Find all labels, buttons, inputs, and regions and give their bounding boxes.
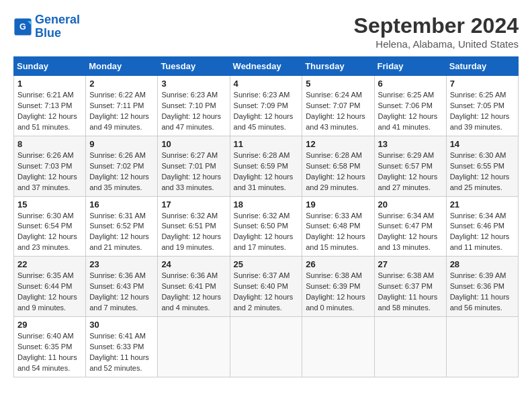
day-number: 24	[161, 259, 226, 269]
day-info: Sunrise: 6:32 AMSunset: 6:50 PMDaylight:…	[234, 211, 299, 254]
day-info: Sunrise: 6:36 AMSunset: 6:41 PMDaylight:…	[161, 271, 226, 314]
calendar-cell: 19Sunrise: 6:33 AMSunset: 6:48 PMDayligh…	[302, 196, 374, 257]
day-info: Sunrise: 6:38 AMSunset: 6:37 PMDaylight:…	[378, 271, 443, 314]
calendar-cell: 27Sunrise: 6:38 AMSunset: 6:37 PMDayligh…	[374, 257, 446, 317]
weekday-header-thursday: Thursday	[302, 57, 374, 76]
day-info: Sunrise: 6:23 AMSunset: 7:09 PMDaylight:…	[234, 90, 299, 133]
month-title: September 2024	[354, 13, 519, 38]
day-info: Sunrise: 6:27 AMSunset: 7:01 PMDaylight:…	[161, 150, 226, 193]
calendar-cell: 23Sunrise: 6:36 AMSunset: 6:43 PMDayligh…	[86, 257, 158, 317]
calendar-cell: 3Sunrise: 6:23 AMSunset: 7:10 PMDaylight…	[158, 76, 230, 136]
calendar-cell: 8Sunrise: 6:26 AMSunset: 7:03 PMDaylight…	[14, 136, 86, 196]
calendar-cell	[446, 317, 518, 377]
calendar-cell	[302, 317, 374, 377]
day-info: Sunrise: 6:38 AMSunset: 6:39 PMDaylight:…	[306, 271, 370, 314]
day-number: 26	[306, 259, 370, 269]
day-info: Sunrise: 6:29 AMSunset: 6:57 PMDaylight:…	[378, 150, 443, 193]
calendar-cell: 17Sunrise: 6:32 AMSunset: 6:51 PMDayligh…	[158, 196, 230, 257]
weekday-header-friday: Friday	[374, 57, 446, 76]
calendar-cell: 20Sunrise: 6:34 AMSunset: 6:47 PMDayligh…	[374, 196, 446, 257]
weekday-header-saturday: Saturday	[446, 57, 518, 76]
weekday-header-wednesday: Wednesday	[230, 57, 302, 76]
day-number: 19	[306, 199, 370, 210]
day-info: Sunrise: 6:35 AMSunset: 6:44 PMDaylight:…	[17, 271, 82, 314]
logo: G General Blue	[13, 13, 80, 40]
calendar: SundayMondayTuesdayWednesdayThursdayFrid…	[13, 56, 519, 377]
day-number: 21	[450, 199, 515, 210]
calendar-cell	[230, 317, 302, 377]
calendar-cell: 21Sunrise: 6:34 AMSunset: 6:46 PMDayligh…	[446, 196, 518, 257]
day-info: Sunrise: 6:26 AMSunset: 7:03 PMDaylight:…	[17, 150, 82, 193]
calendar-cell: 11Sunrise: 6:28 AMSunset: 6:59 PMDayligh…	[230, 136, 302, 196]
day-number: 1	[17, 79, 82, 89]
calendar-cell: 13Sunrise: 6:29 AMSunset: 6:57 PMDayligh…	[374, 136, 446, 196]
calendar-cell: 7Sunrise: 6:25 AMSunset: 7:05 PMDaylight…	[446, 76, 518, 136]
calendar-cell: 28Sunrise: 6:39 AMSunset: 6:36 PMDayligh…	[446, 257, 518, 317]
logo-general: General	[35, 13, 80, 26]
day-number: 5	[306, 79, 370, 89]
calendar-cell: 18Sunrise: 6:32 AMSunset: 6:50 PMDayligh…	[230, 196, 302, 257]
header: G General Blue September 2024 Helena, Al…	[13, 13, 519, 50]
calendar-cell: 29Sunrise: 6:40 AMSunset: 6:35 PMDayligh…	[14, 317, 86, 377]
day-number: 30	[89, 320, 154, 330]
day-info: Sunrise: 6:28 AMSunset: 6:58 PMDaylight:…	[306, 150, 370, 193]
day-number: 16	[89, 199, 154, 210]
day-number: 2	[89, 79, 154, 89]
day-number: 20	[378, 199, 443, 210]
calendar-cell: 22Sunrise: 6:35 AMSunset: 6:44 PMDayligh…	[14, 257, 86, 317]
day-info: Sunrise: 6:21 AMSunset: 7:13 PMDaylight:…	[17, 90, 82, 133]
calendar-cell: 12Sunrise: 6:28 AMSunset: 6:58 PMDayligh…	[302, 136, 374, 196]
day-number: 27	[378, 259, 443, 269]
calendar-cell: 30Sunrise: 6:41 AMSunset: 6:33 PMDayligh…	[86, 317, 158, 377]
weekday-header-tuesday: Tuesday	[158, 57, 230, 76]
day-number: 9	[89, 139, 154, 149]
day-number: 17	[161, 199, 226, 210]
day-info: Sunrise: 6:30 AMSunset: 6:54 PMDaylight:…	[17, 211, 82, 254]
day-info: Sunrise: 6:25 AMSunset: 7:05 PMDaylight:…	[450, 90, 515, 133]
day-number: 25	[234, 259, 299, 269]
logo-blue: Blue	[35, 26, 61, 40]
day-number: 8	[17, 139, 82, 149]
calendar-cell: 4Sunrise: 6:23 AMSunset: 7:09 PMDaylight…	[230, 76, 302, 136]
day-number: 4	[234, 79, 299, 89]
weekday-header-sunday: Sunday	[14, 57, 86, 76]
day-number: 3	[161, 79, 226, 89]
day-number: 14	[450, 139, 515, 149]
calendar-cell: 26Sunrise: 6:38 AMSunset: 6:39 PMDayligh…	[302, 257, 374, 317]
day-info: Sunrise: 6:36 AMSunset: 6:43 PMDaylight:…	[89, 271, 154, 314]
day-info: Sunrise: 6:24 AMSunset: 7:07 PMDaylight:…	[306, 90, 370, 133]
location-subtitle: Helena, Alabama, United States	[354, 38, 519, 50]
title-block: September 2024 Helena, Alabama, United S…	[354, 13, 519, 50]
day-info: Sunrise: 6:28 AMSunset: 6:59 PMDaylight:…	[234, 150, 299, 193]
day-number: 6	[378, 79, 443, 89]
calendar-cell	[158, 317, 230, 377]
day-info: Sunrise: 6:23 AMSunset: 7:10 PMDaylight:…	[161, 90, 226, 133]
day-info: Sunrise: 6:30 AMSunset: 6:55 PMDaylight:…	[450, 150, 515, 193]
calendar-cell: 25Sunrise: 6:37 AMSunset: 6:40 PMDayligh…	[230, 257, 302, 317]
day-number: 12	[306, 139, 370, 149]
day-info: Sunrise: 6:37 AMSunset: 6:40 PMDaylight:…	[234, 271, 299, 314]
calendar-cell: 1Sunrise: 6:21 AMSunset: 7:13 PMDaylight…	[14, 76, 86, 136]
calendar-cell: 10Sunrise: 6:27 AMSunset: 7:01 PMDayligh…	[158, 136, 230, 196]
day-number: 15	[17, 199, 82, 210]
day-number: 7	[450, 79, 515, 89]
calendar-cell: 14Sunrise: 6:30 AMSunset: 6:55 PMDayligh…	[446, 136, 518, 196]
day-number: 22	[17, 259, 82, 269]
day-number: 23	[89, 259, 154, 269]
calendar-cell: 6Sunrise: 6:25 AMSunset: 7:06 PMDaylight…	[374, 76, 446, 136]
day-info: Sunrise: 6:39 AMSunset: 6:36 PMDaylight:…	[450, 271, 515, 314]
weekday-header-monday: Monday	[86, 57, 158, 76]
day-number: 28	[450, 259, 515, 269]
calendar-cell: 5Sunrise: 6:24 AMSunset: 7:07 PMDaylight…	[302, 76, 374, 136]
calendar-cell: 2Sunrise: 6:22 AMSunset: 7:11 PMDaylight…	[86, 76, 158, 136]
day-info: Sunrise: 6:40 AMSunset: 6:35 PMDaylight:…	[17, 331, 82, 374]
day-info: Sunrise: 6:34 AMSunset: 6:47 PMDaylight:…	[378, 211, 443, 254]
day-info: Sunrise: 6:32 AMSunset: 6:51 PMDaylight:…	[161, 211, 226, 254]
day-info: Sunrise: 6:34 AMSunset: 6:46 PMDaylight:…	[450, 211, 515, 254]
day-info: Sunrise: 6:33 AMSunset: 6:48 PMDaylight:…	[306, 211, 370, 254]
day-info: Sunrise: 6:41 AMSunset: 6:33 PMDaylight:…	[89, 331, 154, 374]
calendar-cell: 15Sunrise: 6:30 AMSunset: 6:54 PMDayligh…	[14, 196, 86, 257]
day-number: 11	[234, 139, 299, 149]
day-info: Sunrise: 6:31 AMSunset: 6:52 PMDaylight:…	[89, 211, 154, 254]
day-number: 10	[161, 139, 226, 149]
